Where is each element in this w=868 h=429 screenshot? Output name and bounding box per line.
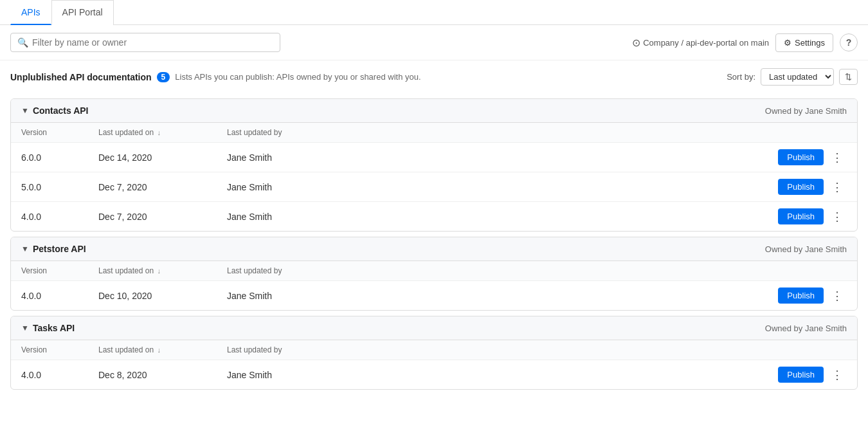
table-header-row: Version Last updated on ↓ Last updated b…	[11, 340, 857, 360]
search-icon: 🔍	[17, 37, 28, 48]
api-group-title-petstore-api: ▼ Petstore API	[21, 244, 86, 254]
api-table-tasks-api: Version Last updated on ↓ Last updated b…	[11, 340, 857, 389]
sort-direction-button[interactable]: ⇅	[839, 69, 858, 85]
more-options-button[interactable]: ⋮	[827, 289, 847, 303]
updated-by-cell: Jane Smith	[217, 281, 345, 311]
publish-button[interactable]: Publish	[778, 288, 824, 304]
publish-button[interactable]: Publish	[778, 149, 824, 165]
api-group-header-contacts-api[interactable]: ▼ Contacts API Owned by Jane Smith	[11, 99, 857, 123]
table-header-row: Version Last updated on ↓ Last updated b…	[11, 123, 857, 143]
col-updated-on-header: Last updated on ↓	[88, 123, 217, 143]
more-options-button[interactable]: ⋮	[827, 180, 847, 194]
updated-by-cell: Jane Smith	[217, 172, 345, 202]
tab-apis[interactable]: APIs	[10, 0, 51, 25]
version-cell: 4.0.0	[11, 281, 88, 311]
api-group-owner-petstore-api: Owned by Jane Smith	[765, 244, 847, 254]
version-cell: 5.0.0	[11, 172, 88, 202]
updated-by-cell: Jane Smith	[217, 143, 345, 172]
api-group-header-tasks-api[interactable]: ▼ Tasks API Owned by Jane Smith	[11, 316, 857, 340]
updated-on-cell: Dec 7, 2020	[88, 172, 217, 202]
section-badge: 5	[157, 72, 170, 82]
col-updated-by-header: Last updated by	[217, 261, 345, 281]
table-row: 4.0.0 Dec 10, 2020 Jane Smith Publish ⋮	[11, 281, 857, 311]
actions-cell: Publish ⋮	[345, 281, 857, 311]
updated-by-cell: Jane Smith	[217, 202, 345, 232]
api-table-contacts-api: Version Last updated on ↓ Last updated b…	[11, 123, 857, 231]
help-button[interactable]: ?	[840, 33, 858, 51]
updated-on-cell: Dec 10, 2020	[88, 281, 217, 311]
api-group-title-contacts-api: ▼ Contacts API	[21, 105, 89, 116]
api-group-title-tasks-api: ▼ Tasks API	[21, 323, 75, 333]
version-cell: 4.0.0	[11, 202, 88, 232]
actions-cell: Publish ⋮	[345, 143, 857, 172]
table-row: 5.0.0 Dec 7, 2020 Jane Smith Publish ⋮	[11, 172, 857, 202]
api-groups-container: ▼ Contacts API Owned by Jane Smith Versi…	[0, 98, 868, 390]
publish-button[interactable]: Publish	[778, 367, 824, 383]
chevron-down-icon: ▼	[21, 244, 29, 253]
table-row: 4.0.0 Dec 7, 2020 Jane Smith Publish ⋮	[11, 202, 857, 232]
publish-button[interactable]: Publish	[778, 179, 824, 195]
col-actions-header	[345, 340, 857, 360]
actions-cell: Publish ⋮	[345, 360, 857, 390]
col-actions-header	[345, 123, 857, 143]
chevron-down-icon: ▼	[21, 106, 29, 115]
col-actions-header	[345, 261, 857, 281]
actions-cell: Publish ⋮	[345, 172, 857, 202]
api-group-petstore-api: ▼ Petstore API Owned by Jane Smith Versi…	[10, 237, 858, 311]
api-group-header-petstore-api[interactable]: ▼ Petstore API Owned by Jane Smith	[11, 237, 857, 261]
updated-on-cell: Dec 8, 2020	[88, 360, 217, 390]
toolbar: 🔍 ⊙ Company / api-dev-portal on main ⚙ S…	[0, 25, 868, 60]
updated-on-cell: Dec 7, 2020	[88, 202, 217, 232]
version-cell: 6.0.0	[11, 143, 88, 172]
table-header-row: Version Last updated on ↓ Last updated b…	[11, 261, 857, 281]
updated-on-cell: Dec 14, 2020	[88, 143, 217, 172]
toolbar-right: ⊙ Company / api-dev-portal on main ⚙ Set…	[632, 33, 858, 52]
version-cell: 4.0.0	[11, 360, 88, 390]
col-updated-by-header: Last updated by	[217, 340, 345, 360]
api-group-owner-contacts-api: Owned by Jane Smith	[765, 106, 847, 116]
section-header: Unplublished API documentation 5 Lists A…	[0, 60, 868, 93]
gear-icon: ⚙	[784, 38, 791, 48]
col-updated-on-header: Last updated on ↓	[88, 340, 217, 360]
company-link[interactable]: ⊙ Company / api-dev-portal on main	[632, 37, 769, 49]
sort-area: Sort by: Last updated Name ⇅	[727, 68, 858, 86]
updated-by-cell: Jane Smith	[217, 360, 345, 390]
more-options-button[interactable]: ⋮	[827, 368, 847, 382]
sort-select[interactable]: Last updated Name	[761, 68, 834, 86]
sort-label: Sort by:	[727, 72, 755, 82]
tab-api-portal[interactable]: API Portal	[51, 0, 114, 25]
col-version-header: Version	[11, 261, 88, 281]
more-options-button[interactable]: ⋮	[827, 151, 847, 165]
col-version-header: Version	[11, 340, 88, 360]
col-version-header: Version	[11, 123, 88, 143]
github-icon: ⊙	[632, 37, 640, 49]
table-row: 4.0.0 Dec 8, 2020 Jane Smith Publish ⋮	[11, 360, 857, 390]
col-updated-on-header: Last updated on ↓	[88, 261, 217, 281]
more-options-button[interactable]: ⋮	[827, 210, 847, 224]
api-group-owner-tasks-api: Owned by Jane Smith	[765, 324, 847, 333]
api-group-tasks-api: ▼ Tasks API Owned by Jane Smith Version …	[10, 316, 858, 390]
col-updated-by-header: Last updated by	[217, 123, 345, 143]
section-description: Lists APIs you can publish: APIs owned b…	[175, 72, 420, 82]
table-row: 6.0.0 Dec 14, 2020 Jane Smith Publish ⋮	[11, 143, 857, 172]
search-box[interactable]: 🔍	[10, 33, 280, 52]
publish-button[interactable]: Publish	[778, 208, 824, 224]
actions-cell: Publish ⋮	[345, 202, 857, 232]
section-title: Unplublished API documentation	[10, 72, 152, 82]
tabs-bar: APIs API Portal	[0, 0, 868, 25]
search-input[interactable]	[32, 37, 273, 48]
settings-button[interactable]: ⚙ Settings	[775, 33, 833, 52]
api-group-contacts-api: ▼ Contacts API Owned by Jane Smith Versi…	[10, 98, 858, 232]
api-table-petstore-api: Version Last updated on ↓ Last updated b…	[11, 261, 857, 310]
chevron-down-icon: ▼	[21, 324, 29, 333]
